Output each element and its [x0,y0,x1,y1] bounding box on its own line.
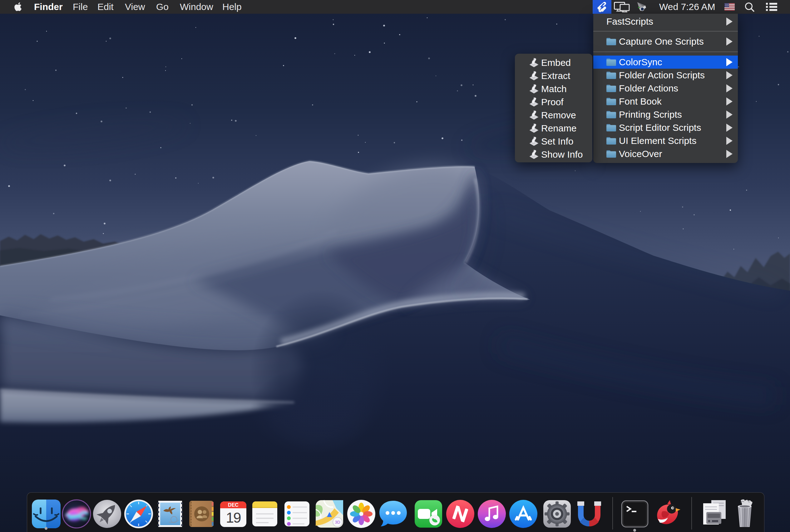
svg-text:19: 19 [226,510,241,526]
svg-text:DEC: DEC [228,502,239,508]
svg-text:3D: 3D [335,520,340,525]
